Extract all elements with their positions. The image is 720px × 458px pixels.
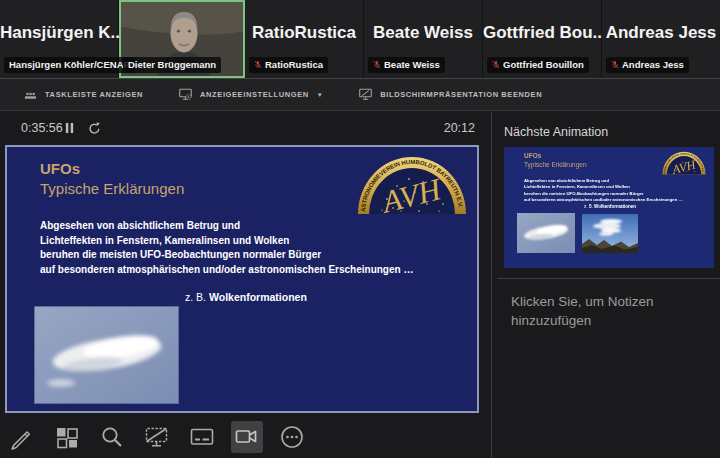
timer-row: 0:35:56 20:12 [0, 112, 491, 144]
participant-label-text: Andreas Jess [622, 59, 684, 70]
preview-caption: z. B.Wolkenformationen [584, 204, 636, 209]
see-all-slides-icon [54, 424, 80, 450]
participant-name: Beate Weiss [364, 23, 482, 43]
restart-icon [88, 122, 101, 135]
participant-tile-beate[interactable]: Beate Weiss Beate Weiss [364, 0, 483, 78]
participant-tile-gottfried[interactable]: Gottfried Bou... Gottfried Bouillon [483, 0, 602, 78]
slide-body-line: Abgesehen von absichtlichem Betrug und [40, 219, 413, 234]
astronomy-club-logo: ASTRONOMIEVEREIN HUMBOLDT BAYREUTH E.V. … [357, 153, 467, 215]
display-settings-button[interactable]: ANZEIGEEINSTELLUNGEN ▼ [179, 88, 323, 101]
participant-name: Hansjürgen K... [0, 23, 118, 43]
participant-label: RatioRustica [249, 57, 328, 73]
preview-caption-bold: Wolkenformationen [594, 204, 636, 209]
mic-muted-icon [492, 60, 500, 69]
preview-body-line: auf besonderen atmosphärischen und/oder … [524, 197, 683, 204]
zoom-button[interactable] [96, 421, 128, 453]
slide-subtitle: Typische Erklärungen [40, 180, 184, 197]
participant-tile-andreas[interactable]: Andreas Jess Andreas Jess [602, 0, 720, 78]
lenticular-cloud-image [35, 307, 178, 403]
end-presentation-label: BILDSCHIRMPRÄSENTATION BEENDEN [380, 90, 542, 99]
preview-caption-prefix: z. B. [584, 204, 593, 209]
participant-name: RatioRustica [245, 23, 363, 43]
slide-body-line: auf besonderen atmosphärischen und/oder … [40, 263, 413, 278]
notes-placeholder[interactable]: Klicken Sie, um Notizen hinzuzufügen [511, 292, 683, 330]
participant-tile-ratiorustica[interactable]: RatioRustica RatioRustica [245, 0, 364, 78]
participant-label-text: Gottfried Bouillon [503, 59, 584, 70]
participant-label: Gottfried Bouillon [487, 57, 589, 73]
mic-muted-icon [254, 60, 262, 69]
see-all-slides-button[interactable] [51, 421, 83, 453]
chevron-down-icon: ▼ [317, 92, 324, 98]
mic-muted-icon [373, 60, 381, 69]
show-taskbar-label: TASKLEISTE ANZEIGEN [45, 90, 143, 99]
preview-body-text: Abgesehen von absichtlichem Betrug und L… [524, 177, 683, 203]
pause-timer-button[interactable] [64, 122, 75, 134]
participant-label: Hansjürgen Köhler/CENAP [4, 57, 135, 73]
presenter-toolbar: TASKLEISTE ANZEIGEN ANZEIGEEINSTELLUNGEN… [0, 79, 720, 111]
clock-time: 20:12 [444, 121, 475, 135]
notes-divider [497, 278, 720, 279]
participant-name: Andreas Jess [602, 23, 720, 43]
display-settings-label: ANZEIGEEINSTELLUNGEN [200, 90, 309, 99]
pause-icon [64, 122, 75, 134]
participant-strip: Hansjürgen K... Hansjürgen Köhler/CENAP … [0, 0, 720, 79]
astronomy-club-logo: ASTRONOMIEVEREIN HUMBOLDT BAYREUTH E.V. … [662, 150, 706, 175]
slide-caption-bold: Wolkenformationen [209, 291, 307, 303]
participant-label: Dieter Brüggemann [123, 57, 221, 73]
camera-button[interactable] [231, 421, 263, 453]
slideshow-toolbar [6, 419, 308, 455]
end-presentation-icon [359, 88, 372, 101]
display-settings-icon [179, 88, 192, 101]
next-animation-header: Nächste Animation [504, 125, 608, 139]
slide-caption: z. B.Wolkenformationen [185, 291, 307, 303]
elapsed-time: 0:35:56 [21, 121, 63, 135]
slide-title: UFOs [40, 160, 80, 177]
zoom-icon [99, 424, 125, 450]
participant-label-text: Beate Weiss [384, 59, 440, 70]
slide-body-line: beruhen die meisten UFO-Beobachtungen no… [40, 248, 413, 263]
participant-label-text: Dieter Brüggemann [128, 59, 216, 70]
black-screen-icon [144, 424, 170, 450]
next-animation-thumbnail[interactable]: UFOs Typische Erklärungen [504, 147, 714, 268]
preview-slide-title: UFOs [524, 152, 541, 160]
more-options-icon [279, 424, 305, 450]
slide-body-line: Lichteffekten in Fenstern, Kameralinsen … [40, 234, 413, 249]
stacked-clouds-mountains-image-preview [582, 214, 638, 253]
black-screen-button[interactable] [141, 421, 173, 453]
presenter-view-window: Hansjürgen K... Hansjürgen Köhler/CENAP … [0, 0, 720, 458]
participant-label: Andreas Jess [606, 57, 689, 73]
subtitles-icon [189, 424, 215, 450]
next-animation-panel: Nächste Animation UFOs Typische Erklärun… [497, 112, 720, 458]
participant-label: Beate Weiss [368, 57, 445, 73]
participant-label-text: RatioRustica [265, 59, 323, 70]
next-slide-preview: UFOs Typische Erklärungen [504, 147, 714, 268]
participant-label-text: Hansjürgen Köhler/CENAP [9, 59, 130, 70]
participant-tile-dieter-active-speaker[interactable]: Dieter Brüggemann [119, 0, 245, 78]
preview-slide-subtitle: Typische Erklärungen [524, 161, 587, 169]
mic-muted-icon [611, 60, 619, 69]
subtitles-button[interactable] [186, 421, 218, 453]
show-taskbar-button[interactable]: TASKLEISTE ANZEIGEN [24, 88, 143, 101]
participant-name: Gottfried Bou... [483, 23, 601, 43]
more-options-button[interactable] [276, 421, 308, 453]
lenticular-cloud-image-preview [517, 213, 575, 253]
pen-icon [9, 424, 35, 450]
panel-splitter[interactable] [491, 112, 492, 458]
restart-timer-button[interactable] [88, 122, 101, 135]
pen-button[interactable] [6, 421, 38, 453]
slide-caption-prefix: z. B. [185, 291, 206, 303]
participant-tile-hansjuergen[interactable]: Hansjürgen K... Hansjürgen Köhler/CENAP [0, 0, 119, 78]
camera-icon [234, 424, 260, 450]
taskbar-icon [24, 88, 37, 101]
end-presentation-button[interactable]: BILDSCHIRMPRÄSENTATION BEENDEN [359, 88, 542, 101]
slide-body-text: Abgesehen von absichtlichem Betrug und L… [40, 219, 413, 277]
current-slide[interactable]: UFOs Typische Erklärungen ASTRONOMIEVERE… [5, 145, 479, 413]
